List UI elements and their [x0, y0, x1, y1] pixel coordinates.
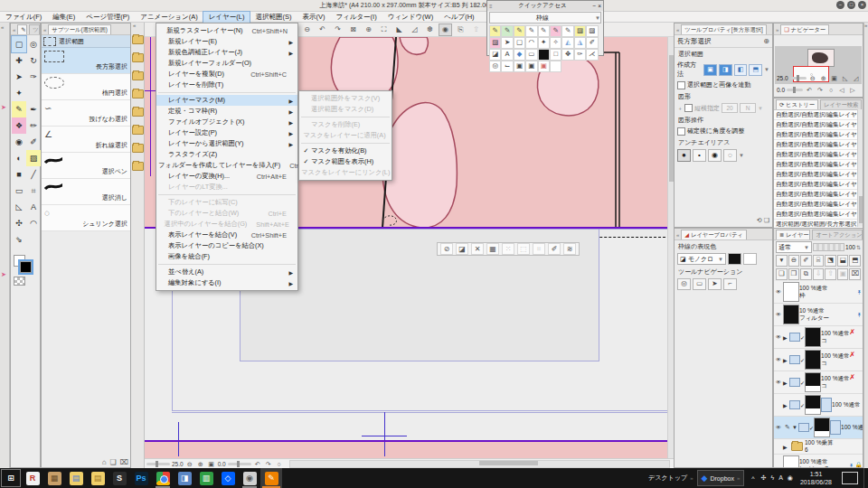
minimize-icon[interactable]: −	[592, 3, 596, 9]
layer-row-6[interactable]: ▶✓100 %通常	[774, 394, 863, 417]
app-green[interactable]: ▥	[195, 468, 217, 488]
fit-icon[interactable]: ▣	[830, 74, 839, 82]
delete-layer-icon[interactable]: ⌧	[849, 268, 861, 280]
zoom-tool-icon[interactable]: ◎	[26, 36, 41, 52]
quick-access-item-2-8[interactable]: ◪	[489, 49, 501, 61]
snap-grid-icon[interactable]: ❆	[423, 23, 437, 36]
merge-down-icon[interactable]: ⇧	[825, 268, 836, 280]
quick-access-item-1-1[interactable]: ✎	[489, 25, 501, 37]
app-file-explorer[interactable]: ▤	[87, 468, 108, 488]
new-layer-icon[interactable]: ❏	[776, 268, 788, 280]
layer-thumbnail[interactable]	[805, 350, 821, 370]
collapse-icon[interactable]: «	[131, 23, 144, 28]
tool-palette-tab2[interactable]: ツ	[29, 24, 40, 34]
expand-arrow-icon[interactable]: ▶	[783, 357, 789, 363]
tray-volume-icon[interactable]: ◉	[788, 474, 793, 482]
rotate-canvas-tool-icon[interactable]: ↻	[26, 52, 41, 69]
layer-property-tab[interactable]: ◢ レイヤープロパティ	[681, 230, 746, 239]
layer-menu-item-5[interactable]: レイヤーを複製(D)Ctrl+Shift+C	[156, 69, 297, 80]
horizontal-scrollbar[interactable]	[289, 460, 670, 468]
quick-access-item-3-8[interactable]: ▣	[514, 61, 525, 72]
layer-menu-item-9[interactable]: 定規・コマ枠(R)▶	[156, 106, 297, 117]
menubar-item-6[interactable]: 選択範囲(S)	[250, 12, 297, 23]
history-entry-2[interactable]: 自動選択/自動選択/編集レイヤーのみ参照選択	[774, 120, 863, 130]
copy-paste-icon[interactable]: ▦	[486, 243, 499, 255]
right-collapse-strip[interactable]: »	[863, 23, 868, 468]
app-dropbox[interactable]: ◇	[217, 468, 239, 488]
maximize-button[interactable]: □	[847, 1, 855, 9]
export-icon[interactable]: ⎘	[454, 23, 467, 36]
collapse-left-icon[interactable]: «	[1, 24, 4, 30]
history-entry-7[interactable]: 自動選択/自動選択/編集レイヤーのみ参照選択	[774, 170, 863, 180]
reset-rotation-icon[interactable]: ○	[275, 460, 284, 468]
aa-middle-button[interactable]: ◉	[708, 149, 722, 162]
app-skype[interactable]: S	[108, 468, 130, 488]
layer-menu-item-21[interactable]: 表示レイヤーを結合(V)Ctrl+Shift+E	[156, 230, 297, 240]
tray-expand-chevron[interactable]: ^	[748, 475, 758, 482]
method-intersect-icon[interactable]: ⬒	[749, 64, 762, 76]
menubar-item-10[interactable]: ヘルプ(H)	[439, 12, 479, 23]
taskbar-clock[interactable]: 1:51 2018/06/28	[796, 470, 836, 486]
dropbox-toolbar[interactable]: ◆ Dropbox »	[697, 470, 745, 486]
flip-vertical-icon[interactable]: ◿	[852, 74, 861, 82]
tray-power-icon[interactable]: ϟ	[770, 474, 774, 482]
rotate-right-icon[interactable]: ↷	[816, 86, 825, 94]
collapsed-palette-icon-6[interactable]	[131, 126, 144, 135]
fill-tool-icon[interactable]: ✣	[12, 215, 26, 231]
snap-special-ruler-icon[interactable]: ◿	[408, 23, 421, 36]
flip-horizontal-icon[interactable]: ◺	[841, 74, 850, 82]
brush-tool-icon[interactable]: ✐	[26, 134, 41, 150]
quick-access-item-1-4[interactable]: ✎	[525, 25, 537, 37]
desktop-toolbar-chevron[interactable]: »	[690, 474, 693, 483]
history-entry-12[interactable]: 選択範囲/選択範囲/長方形選択	[774, 220, 863, 228]
history-entry-3[interactable]: 自動選択/自動選択/編集レイヤーのみ参照選択	[774, 130, 863, 140]
pen-tool-icon[interactable]: ✑	[26, 69, 41, 85]
history-entry-11[interactable]: 自動選択/自動選択/編集レイヤーのみ参照選択	[774, 210, 863, 220]
layer-row-2[interactable]: 👁10 %通常フィルター🖈	[774, 304, 863, 326]
layer-menu-item-14[interactable]: フォルダーを作成してレイヤーを挿入(F)Ctrl+G	[156, 160, 297, 171]
layer-menu-item-11[interactable]: レイヤー設定(P)▶	[156, 127, 297, 138]
subtool-tab[interactable]: サブツール(選択範囲)	[48, 24, 110, 34]
delete-subtool-icon[interactable]: ⌧	[120, 458, 128, 466]
expand-arrow-icon[interactable]: ▶	[783, 444, 789, 450]
quick-access-item-1-7[interactable]: ✎	[561, 25, 573, 37]
subtool-item-4[interactable]: ∠折れ線選択	[42, 127, 130, 153]
minimize-button[interactable]: −	[836, 1, 844, 9]
palette-dock-marker-icon[interactable]: ➤	[1, 104, 6, 111]
visibility-eye-icon[interactable]: 👁	[774, 425, 783, 430]
quick-access-item-2-3[interactable]: ✦	[538, 37, 550, 49]
history-scrollbar-thumb[interactable]	[859, 196, 863, 223]
collapse-icon[interactable]: »	[776, 25, 778, 34]
line-correct-tool-icon[interactable]: ⇘	[12, 231, 26, 248]
subtool-item-6[interactable]: 選択消し	[42, 179, 130, 205]
quick-access-item-2-11[interactable]: ▭	[525, 49, 537, 61]
menubar-item-2[interactable]: 編集(E)	[47, 12, 80, 23]
chevron-down-icon[interactable]: ▼	[739, 151, 744, 160]
mask-icon[interactable]: ⬓	[837, 255, 849, 267]
navigator-rotation-slider[interactable]	[787, 89, 803, 91]
palette-dock-marker2-icon[interactable]: ➤	[1, 271, 6, 278]
collapsed-palette-icon-5[interactable]	[131, 108, 144, 117]
quick-access-item-3-6[interactable]: ◎	[489, 61, 501, 72]
left-collapse-strip[interactable]: « ➤ ➤	[0, 23, 10, 468]
visibility-eye-icon[interactable]: 👁	[774, 357, 783, 362]
zoom-in-icon[interactable]: ⊕	[196, 460, 205, 468]
rotate-left-icon[interactable]: ↶	[253, 460, 262, 468]
subtool-item-5[interactable]: 選択ペン	[42, 153, 130, 179]
app-clip-studio[interactable]: ✎	[260, 468, 282, 488]
reset-rotation-icon[interactable]: ○	[826, 86, 835, 94]
quick-access-item-2-6[interactable]: ◮	[574, 37, 586, 49]
mask-submenu-item-8[interactable]: ✓マスク範囲を表示(H)	[299, 156, 392, 167]
magnifier-plus-icon[interactable]: ⊕	[763, 37, 769, 45]
layer-row-5[interactable]: 👁▶✓100 %通常コ✗	[774, 371, 863, 394]
clip-icon[interactable]: ⊖	[788, 255, 800, 267]
zoom-in-icon[interactable]: ⊕	[819, 74, 828, 82]
method-new-icon[interactable]: ▣	[703, 64, 717, 76]
blend-tool-icon[interactable]: ◐	[12, 150, 26, 166]
transparent-color-swatch[interactable]	[14, 277, 25, 286]
quick-access-item-3-5[interactable]: ⋌	[586, 49, 598, 61]
quick-access-item-1-5[interactable]: ✎	[538, 25, 550, 37]
reset-default-icon[interactable]: ⟲	[757, 217, 762, 224]
visibility-eye-icon[interactable]: 👁	[774, 289, 783, 295]
tray-network-icon[interactable]: ✣	[761, 474, 767, 482]
